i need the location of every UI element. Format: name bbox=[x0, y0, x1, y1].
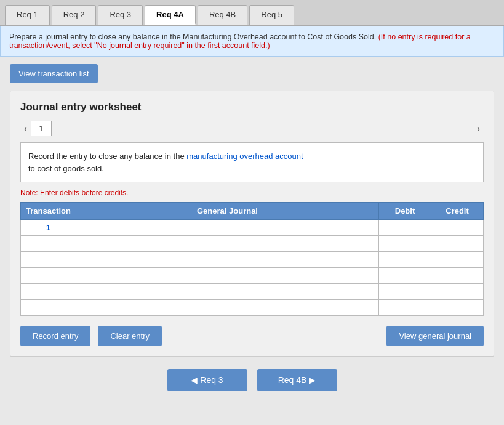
tab-req3[interactable]: Req 3 bbox=[98, 5, 143, 25]
tab-req4a[interactable]: Req 4A bbox=[145, 5, 196, 25]
worksheet-card: Journal entry worksheet ‹ 1 › Record the… bbox=[10, 91, 494, 357]
tab-req2[interactable]: Req 2 bbox=[52, 5, 97, 25]
credit-input-4[interactable] bbox=[434, 271, 481, 280]
table-row bbox=[21, 284, 484, 300]
note-text: Note: Enter debits before credits. bbox=[20, 188, 484, 197]
general-journal-input-3[interactable] bbox=[79, 255, 376, 264]
table-row bbox=[21, 236, 484, 252]
debit-input-cell-5[interactable] bbox=[379, 284, 431, 300]
transaction-num-6 bbox=[21, 300, 76, 316]
credit-input-cell-3[interactable] bbox=[431, 252, 484, 268]
description-highlight: manufacturing overhead account bbox=[186, 152, 303, 161]
debit-input-1[interactable] bbox=[382, 223, 428, 232]
next-page-arrow[interactable]: › bbox=[473, 122, 484, 136]
transaction-num-5 bbox=[21, 284, 76, 300]
credit-input-cell-1[interactable] bbox=[431, 220, 484, 236]
tab-req1[interactable]: Req 1 bbox=[5, 5, 50, 25]
credit-input-cell-5[interactable] bbox=[431, 284, 484, 300]
transaction-num-4 bbox=[21, 268, 76, 284]
general-journal-input-6[interactable] bbox=[79, 303, 376, 312]
worksheet-title: Journal entry worksheet bbox=[20, 101, 484, 113]
general-journal-input-4[interactable] bbox=[79, 271, 376, 280]
general-journal-input-cell-2[interactable] bbox=[76, 236, 379, 252]
general-journal-input-5[interactable] bbox=[79, 287, 376, 296]
debit-input-5[interactable] bbox=[382, 287, 428, 296]
debit-input-cell-6[interactable] bbox=[379, 300, 431, 316]
transaction-num-1: 1 bbox=[21, 220, 76, 236]
credit-input-1[interactable] bbox=[434, 223, 481, 232]
header-transaction: Transaction bbox=[21, 203, 76, 220]
tab-req4b[interactable]: Req 4B bbox=[198, 5, 247, 25]
transaction-num-2 bbox=[21, 236, 76, 252]
credit-input-6[interactable] bbox=[434, 303, 481, 312]
header-debit: Debit bbox=[379, 203, 431, 220]
general-journal-input-cell-4[interactable] bbox=[76, 268, 379, 284]
table-row bbox=[21, 252, 484, 268]
general-journal-input-2[interactable] bbox=[79, 239, 376, 248]
credit-input-cell-6[interactable] bbox=[431, 300, 484, 316]
journal-table: Transaction General Journal Debit Credit… bbox=[20, 202, 484, 316]
general-journal-input-cell-3[interactable] bbox=[76, 252, 379, 268]
debit-input-2[interactable] bbox=[382, 239, 428, 248]
debit-input-4[interactable] bbox=[382, 271, 428, 280]
debit-input-3[interactable] bbox=[382, 255, 428, 264]
table-row: 1 bbox=[21, 220, 484, 236]
general-journal-input-cell-1[interactable] bbox=[76, 220, 379, 236]
description-line2: to cost of goods sold. bbox=[28, 164, 104, 173]
header-general-journal: General Journal bbox=[76, 203, 379, 220]
page-navigation: ‹ 1 › bbox=[20, 121, 484, 136]
view-general-journal-button[interactable]: View general journal bbox=[386, 326, 484, 346]
tabs-bar: Req 1 Req 2 Req 3 Req 4A Req 4B Req 5 bbox=[0, 0, 504, 26]
debit-input-cell-2[interactable] bbox=[379, 236, 431, 252]
tab-req5[interactable]: Req 5 bbox=[249, 5, 294, 25]
credit-input-cell-4[interactable] bbox=[431, 268, 484, 284]
transaction-num-3 bbox=[21, 252, 76, 268]
page-number-tab[interactable]: 1 bbox=[31, 121, 51, 136]
action-buttons-row: Record entry Clear entry View general jo… bbox=[20, 326, 484, 346]
bottom-navigation: ◀ Req 3 Req 4B ▶ bbox=[0, 369, 504, 403]
general-journal-input-cell-5[interactable] bbox=[76, 284, 379, 300]
info-banner-main-text: Prepare a journal entry to close any bal… bbox=[9, 33, 376, 41]
info-banner: Prepare a journal entry to close any bal… bbox=[0, 26, 504, 57]
table-row bbox=[21, 268, 484, 284]
credit-input-5[interactable] bbox=[434, 287, 481, 296]
general-journal-input-cell-6[interactable] bbox=[76, 300, 379, 316]
debit-input-cell-1[interactable] bbox=[379, 220, 431, 236]
next-nav-button[interactable]: Req 4B ▶ bbox=[257, 369, 337, 391]
description-line1: Record the entry to close any balance in… bbox=[28, 152, 185, 161]
clear-entry-button[interactable]: Clear entry bbox=[98, 326, 162, 346]
general-journal-input-1[interactable] bbox=[79, 223, 376, 232]
description-box: Record the entry to close any balance in… bbox=[20, 142, 484, 182]
debit-input-cell-3[interactable] bbox=[379, 252, 431, 268]
prev-page-arrow[interactable]: ‹ bbox=[20, 122, 31, 136]
view-transaction-button[interactable]: View transaction list bbox=[10, 64, 98, 83]
record-entry-button[interactable]: Record entry bbox=[20, 326, 90, 346]
debit-input-cell-4[interactable] bbox=[379, 268, 431, 284]
header-credit: Credit bbox=[431, 203, 484, 220]
credit-input-2[interactable] bbox=[434, 239, 481, 248]
table-row bbox=[21, 300, 484, 316]
credit-input-cell-2[interactable] bbox=[431, 236, 484, 252]
debit-input-6[interactable] bbox=[382, 303, 428, 312]
prev-nav-button[interactable]: ◀ Req 3 bbox=[167, 369, 247, 391]
credit-input-3[interactable] bbox=[434, 255, 481, 264]
